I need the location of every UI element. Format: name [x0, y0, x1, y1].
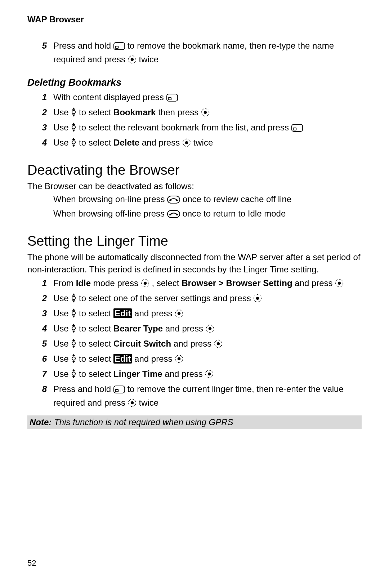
select-key-icon	[214, 339, 223, 351]
step-number: 2	[27, 292, 53, 304]
edit-chip: Edit	[113, 308, 132, 318]
paragraph: The phone will be automatically disconne…	[27, 251, 362, 276]
menu-key-icon	[113, 384, 125, 397]
heading-linger-time: Setting the Linger Time	[27, 233, 362, 249]
nav-key-icon	[71, 308, 76, 321]
select-key-icon	[335, 279, 344, 291]
list-item: 5 Press and hold to remove the bookmark …	[27, 40, 362, 67]
menu-key-icon	[166, 93, 178, 105]
step-number: 5	[27, 40, 53, 52]
select-key-icon	[253, 294, 262, 306]
step-body: Use to select the relevant bookmark from…	[53, 121, 362, 135]
select-key-icon	[128, 55, 137, 67]
step-number: 4	[27, 137, 53, 149]
edit-chip: Edit	[113, 354, 132, 364]
note-box: Note: This function is not required when…	[27, 415, 362, 429]
step-number: 6	[27, 353, 53, 365]
note-text: This function is not required when using…	[52, 417, 233, 427]
step-list-top: 5 Press and hold to remove the bookmark …	[27, 40, 362, 67]
step-body: From Idle mode press , select Browser > …	[53, 277, 362, 291]
page-header: WAP Browser	[27, 14, 362, 24]
step-list-linger: 1 From Idle mode press , select Browser …	[27, 277, 362, 410]
list-item: 8 Press and hold to remove the current l…	[27, 383, 362, 410]
select-key-icon	[182, 138, 191, 150]
nav-key-icon	[71, 293, 76, 306]
list-item: 3 Use to select the relevant bookmark fr…	[27, 121, 362, 135]
nav-key-icon	[71, 324, 76, 336]
step-list-deleting: 1 With content displayed press 2 Use to …	[27, 91, 362, 150]
nav-key-icon	[71, 138, 76, 150]
step-body: Use to select Edit and press	[53, 307, 362, 321]
select-key-icon	[175, 354, 183, 366]
select-key-icon	[205, 369, 214, 382]
step-number: 1	[27, 91, 53, 103]
select-key-icon	[141, 279, 149, 291]
nav-key-icon	[71, 354, 76, 366]
nav-key-icon	[71, 122, 76, 135]
step-number: 3	[27, 121, 53, 134]
list-item: 4 Use to select Bearer Type and press	[27, 322, 362, 336]
step-body: Use to select Bookmark then press	[53, 106, 362, 120]
step-body: Press and hold to remove the current lin…	[53, 383, 362, 410]
nav-key-icon	[71, 339, 76, 351]
select-key-icon	[128, 398, 137, 410]
step-body: With content displayed press	[53, 91, 362, 105]
nav-key-icon	[71, 369, 76, 382]
step-body: Use to select Bearer Type and press	[53, 322, 362, 336]
step-number: 4	[27, 322, 53, 335]
list-item: 2 Use to select Bookmark then press	[27, 106, 362, 120]
heading-deactivating: Deactivating the Browser	[27, 162, 362, 178]
end-key-icon	[167, 209, 180, 221]
list-item: 3 Use to select Edit and press	[27, 307, 362, 321]
step-number: 8	[27, 383, 53, 395]
paragraph: When browsing off-line press once to ret…	[53, 208, 362, 221]
list-item: 5 Use to select Circuit Switch and press	[27, 338, 362, 351]
select-key-icon	[201, 108, 210, 120]
step-body: Use to select Circuit Switch and press	[53, 338, 362, 351]
list-item: 4 Use to select Delete and press twice	[27, 137, 362, 150]
select-key-icon	[206, 324, 214, 336]
subheading-deleting-bookmarks: Deleting Bookmarks	[27, 77, 362, 88]
list-item: 7 Use to select Linger Time and press	[27, 368, 362, 382]
paragraph: When browsing on-line press once to revi…	[53, 193, 362, 207]
menu-key-icon	[113, 41, 125, 53]
step-number: 2	[27, 106, 53, 119]
select-key-icon	[175, 309, 183, 321]
list-item: 6 Use to select Edit and press	[27, 353, 362, 366]
step-number: 3	[27, 307, 53, 320]
nav-key-icon	[71, 107, 76, 120]
paragraph: The Browser can be deactivated as follow…	[27, 180, 362, 192]
step-number: 1	[27, 277, 53, 289]
list-item: 1 With content displayed press	[27, 91, 362, 105]
step-body: Use to select Edit and press	[53, 353, 362, 366]
step-body: Use to select Delete and press twice	[53, 137, 362, 150]
step-body: Press and hold to remove the bookmark na…	[53, 40, 362, 67]
menu-key-icon	[291, 123, 303, 135]
step-body: Use to select one of the server settings…	[53, 292, 362, 306]
note-label: Note:	[30, 417, 52, 427]
end-key-icon	[167, 195, 180, 207]
step-number: 5	[27, 338, 53, 350]
step-number: 7	[27, 368, 53, 380]
list-item: 1 From Idle mode press , select Browser …	[27, 277, 362, 291]
page-number: 52	[27, 558, 36, 568]
step-body: Use to select Linger Time and press	[53, 368, 362, 382]
manual-page: WAP Browser 5 Press and hold to remove t…	[0, 0, 389, 588]
list-item: 2 Use to select one of the server settin…	[27, 292, 362, 306]
